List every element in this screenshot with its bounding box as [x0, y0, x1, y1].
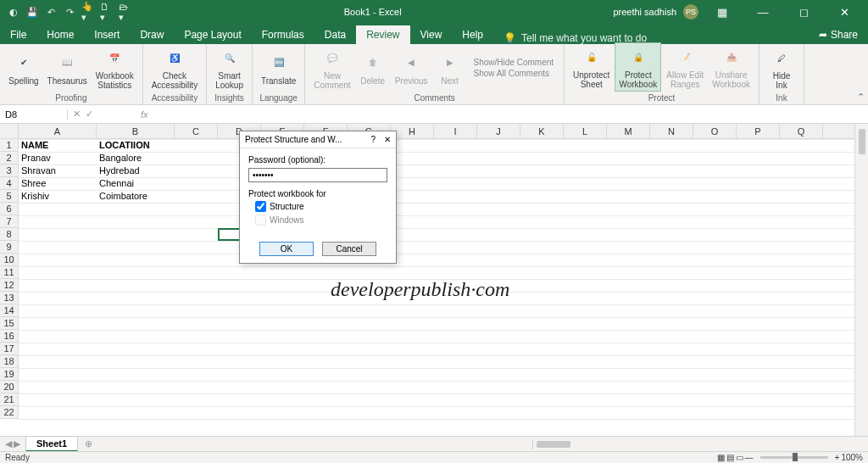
open-icon[interactable]: 🗁▾ — [119, 5, 132, 19]
zoom-level[interactable]: 100% — [841, 453, 863, 462]
view-page-break-icon[interactable]: ▭ — [736, 453, 743, 462]
unprotect-sheet-button[interactable]: 🔓Unprotect Sheet — [570, 42, 613, 92]
previous-comment-button[interactable]: ◀Previous — [392, 44, 431, 92]
sheet-tab-sheet1[interactable]: Sheet1 — [25, 436, 78, 452]
row-header-7[interactable]: 7 — [0, 215, 18, 228]
select-all-corner[interactable] — [0, 124, 19, 139]
cell-a5[interactable]: Krishiv — [19, 190, 52, 202]
cell-b3[interactable]: Hydrebad — [97, 165, 142, 176]
tab-file[interactable]: File — [0, 25, 36, 44]
row-header-4[interactable]: 4 — [0, 177, 18, 190]
row-header-1[interactable]: 1 — [0, 139, 18, 152]
row-header-15[interactable]: 15 — [0, 317, 18, 330]
column-header-j[interactable]: J — [477, 124, 520, 138]
tab-page-layout[interactable]: Page Layout — [174, 25, 251, 44]
tab-home[interactable]: Home — [36, 25, 84, 44]
spelling-button[interactable]: ✔Spelling — [5, 44, 42, 92]
column-header-o[interactable]: O — [693, 124, 737, 138]
tab-help[interactable]: Help — [452, 25, 493, 44]
row-header-3[interactable]: 3 — [0, 165, 18, 177]
new-icon[interactable]: 🗋▾ — [100, 5, 114, 19]
workbook-stats-button[interactable]: 📅Workbook Statistics — [92, 44, 137, 92]
column-header-i[interactable]: I — [434, 124, 477, 138]
row-header-14[interactable]: 14 — [0, 304, 18, 317]
maximize-icon[interactable]: ◻ — [787, 6, 821, 19]
horizontal-scrollbar[interactable] — [532, 439, 854, 449]
autosave-icon[interactable]: ◐ — [7, 5, 20, 19]
tab-data[interactable]: Data — [314, 25, 356, 44]
show-all-comments-button[interactable]: Show All Comments — [474, 69, 554, 78]
view-normal-icon[interactable]: ▦ — [717, 453, 725, 462]
protect-workbook-button[interactable]: 🔒Protect Workbook — [615, 42, 661, 92]
tab-view[interactable]: View — [410, 25, 453, 44]
dialog-titlebar[interactable]: Protect Structure and W... ? ✕ — [240, 131, 396, 148]
row-header-2[interactable]: 2 — [0, 152, 18, 165]
translate-button[interactable]: 🔤Translate — [258, 44, 299, 92]
close-icon[interactable]: ✕ — [827, 6, 861, 19]
row-header-5[interactable]: 5 — [0, 190, 18, 203]
column-header-m[interactable]: M — [607, 124, 650, 138]
row-header-20[interactable]: 20 — [0, 381, 18, 393]
row-header-21[interactable]: 21 — [0, 393, 18, 406]
zoom-in-icon[interactable]: + — [835, 453, 840, 462]
row-header-16[interactable]: 16 — [0, 330, 18, 343]
dialog-close-icon[interactable]: ✕ — [384, 135, 391, 144]
collapse-ribbon-icon[interactable]: ⌃ — [857, 92, 865, 103]
tab-draw[interactable]: Draw — [130, 25, 174, 44]
name-box[interactable]: D8 — [0, 109, 68, 120]
enter-formula-icon[interactable]: ✓ — [86, 109, 93, 120]
column-header-k[interactable]: K — [520, 124, 564, 138]
cell-b1[interactable]: LOCATIION — [97, 139, 153, 151]
row-header-9[interactable]: 9 — [0, 241, 18, 254]
ok-button[interactable]: OK — [259, 242, 314, 256]
save-icon[interactable]: 💾 — [25, 5, 39, 19]
cell-b2[interactable]: Bangalore — [97, 152, 144, 164]
row-header-11[interactable]: 11 — [0, 266, 18, 279]
tab-insert[interactable]: Insert — [84, 25, 130, 44]
show-hide-comment-button[interactable]: Show/Hide Comment — [474, 58, 554, 67]
row-header-12[interactable]: 12 — [0, 279, 18, 292]
fx-icon[interactable]: fx — [136, 109, 153, 120]
smart-lookup-button[interactable]: 🔍Smart Lookup — [212, 44, 247, 92]
zoom-slider[interactable] — [760, 456, 828, 459]
share-button[interactable]: ➦ Share — [809, 25, 868, 44]
column-header-b[interactable]: B — [97, 124, 175, 138]
next-comment-button[interactable]: ▶Next — [433, 44, 467, 92]
hide-ink-button[interactable]: 🖊Hide Ink — [765, 44, 798, 92]
redo-icon[interactable]: ↷ — [63, 5, 76, 19]
cell-a2[interactable]: Pranav — [19, 152, 53, 164]
check-accessibility-button[interactable]: ♿Check Accessibility — [148, 44, 201, 92]
column-header-p[interactable]: P — [737, 124, 780, 138]
cancel-formula-icon[interactable]: ✕ — [73, 109, 81, 120]
cell-a4[interactable]: Shree — [19, 177, 48, 189]
row-header-6[interactable]: 6 — [0, 203, 18, 215]
structure-checkbox[interactable] — [255, 201, 266, 212]
zoom-out-icon[interactable]: — — [745, 453, 754, 462]
column-header-l[interactable]: L — [564, 124, 607, 138]
cell-b4[interactable]: Chennai — [97, 177, 136, 189]
touch-icon[interactable]: 👆▾ — [81, 5, 95, 19]
sheet-nav-next-icon[interactable]: ▶ — [14, 438, 20, 449]
column-header-q[interactable]: Q — [780, 124, 823, 138]
user-avatar[interactable]: PS — [683, 4, 698, 20]
tab-review[interactable]: Review — [356, 25, 409, 44]
column-header-h[interactable]: H — [391, 124, 434, 138]
cell-b5[interactable]: Coimbatore — [97, 190, 150, 202]
password-input[interactable] — [248, 168, 387, 182]
row-header-22[interactable]: 22 — [0, 406, 18, 419]
row-header-8[interactable]: 8 — [0, 228, 18, 241]
ribbon-display-icon[interactable]: ▦ — [705, 6, 739, 19]
row-header-10[interactable]: 10 — [0, 254, 18, 266]
row-header-18[interactable]: 18 — [0, 355, 18, 368]
undo-icon[interactable]: ↶ — [44, 5, 58, 19]
column-header-n[interactable]: N — [650, 124, 693, 138]
unshare-workbook-button[interactable]: 📤Unshare Workbook — [709, 42, 754, 92]
view-page-layout-icon[interactable]: ▤ — [726, 453, 734, 462]
user-name[interactable]: preethi sadhish — [613, 7, 676, 17]
row-header-13[interactable]: 13 — [0, 292, 18, 304]
structure-checkbox-row[interactable]: Structure — [255, 201, 387, 212]
thesaurus-button[interactable]: 📖Thesaurus — [44, 44, 91, 92]
minimize-icon[interactable]: — — [746, 6, 780, 19]
delete-comment-button[interactable]: 🗑Delete — [356, 44, 390, 92]
sheet-nav-prev-icon[interactable]: ◀ — [5, 438, 12, 449]
